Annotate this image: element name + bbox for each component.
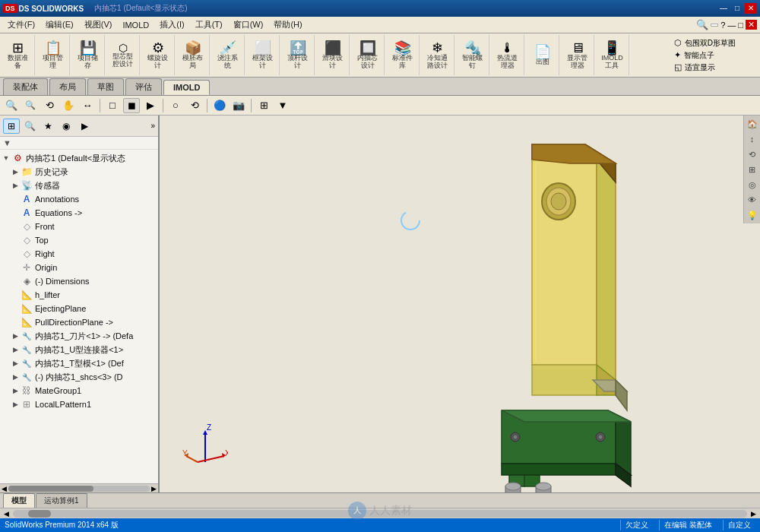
- restore-icon[interactable]: □: [738, 21, 743, 30]
- appearance-btn[interactable]: 🔵: [211, 98, 228, 113]
- toolbar-btn-imold-tools[interactable]: 📱 IMOLD工具: [600, 40, 625, 71]
- horizontal-scrollbar[interactable]: ◀ ▶ 人 人人素材: [0, 508, 760, 518]
- tree-item-inner-core-u[interactable]: ▶ 🔧 内抽芯1_U型连接器<1>: [0, 343, 158, 356]
- toolbar-btn-std-lib[interactable]: 📚 标准件库: [391, 40, 414, 71]
- toolbar-btn-drawing[interactable]: 📄 出图: [533, 43, 553, 68]
- tree-item-annotations[interactable]: A Annotations: [0, 192, 158, 206]
- scroll-left-btn[interactable]: ◀: [2, 510, 11, 518]
- tree-expand-inner-core-blade[interactable]: ▶: [11, 332, 20, 340]
- tab-sketch[interactable]: 草图: [87, 78, 124, 95]
- fit-display-btn[interactable]: ◱ 适宜显示: [674, 62, 736, 73]
- panel-scroll-right[interactable]: ▶: [151, 485, 157, 492]
- smart-points-btn[interactable]: ✦ 智能点子: [674, 50, 736, 61]
- play-btn[interactable]: ▶: [142, 98, 159, 113]
- fp-btn-search[interactable]: 🔍: [21, 119, 38, 134]
- vt-zoom-btn[interactable]: ↕: [746, 132, 759, 146]
- toolbar-btn-helix[interactable]: ⚙ 螺旋设计: [146, 40, 169, 71]
- tree-item-mate-group[interactable]: ▶ ⛓ MateGroup1: [0, 384, 158, 397]
- window-controls[interactable]: — □ ✕: [717, 3, 757, 14]
- panel-scroll-left[interactable]: ◀: [2, 485, 7, 492]
- toolbar-btn-cooling[interactable]: ❄ 冷知通路设计: [426, 40, 449, 71]
- tree-item-h-lifter[interactable]: 📐 h_lifter: [0, 288, 158, 302]
- status-customize[interactable]: 自定义: [723, 520, 755, 530]
- tree-item-front[interactable]: ◇ Front: [0, 220, 158, 233]
- tree-item-equations[interactable]: A Equations ->: [0, 206, 158, 220]
- menu-file[interactable]: 文件(F): [3, 17, 40, 32]
- toolbar-btn-ejector[interactable]: 🔝 顶杆设计: [286, 40, 309, 71]
- tree-item-dimensions[interactable]: ◈ (-) Dimensions: [0, 274, 158, 288]
- tree-item-sensors[interactable]: ▶ 📡 传感器: [0, 179, 158, 192]
- panel-scroll-thumb[interactable]: [8, 486, 93, 492]
- qa-icon[interactable]: ?: [720, 21, 725, 30]
- view-orient-btn[interactable]: ⟲: [186, 98, 203, 113]
- tree-item-ejecting-plane[interactable]: 📐 EjectingPlane: [0, 302, 158, 315]
- toolbar-btn-frame[interactable]: ⬜ 框架设计: [251, 40, 274, 71]
- toolbar-btn-core-cavity[interactable]: ⬡ 型芯型腔设计: [111, 41, 135, 70]
- menu-edit[interactable]: 编辑(E): [41, 17, 78, 32]
- zoom-fit-btn[interactable]: ⟲: [41, 98, 58, 113]
- toolbar-btn-hot-runner[interactable]: 🌡 热流道理器: [496, 40, 519, 71]
- camera-btn[interactable]: 📷: [230, 98, 247, 113]
- tree-item-inner-core-t[interactable]: ▶ 🔧 内抽芯1_T型模<1> (Def: [0, 356, 158, 370]
- toolbar-btn-slide[interactable]: ⬛ 滑块设计: [321, 40, 344, 71]
- tab-evaluate[interactable]: 评估: [125, 78, 162, 95]
- surround-sketch-btn[interactable]: ⬡ 包围双D形草图: [674, 38, 736, 49]
- bottom-tab-model[interactable]: 模型: [3, 493, 35, 508]
- scroll-thumb[interactable]: [28, 510, 51, 518]
- toolbar-btn-inner-core[interactable]: 🔲 内抽芯设计: [356, 40, 379, 71]
- tree-item-right[interactable]: ◇ Right: [0, 247, 158, 261]
- section-view-btn[interactable]: ○: [167, 98, 184, 113]
- tree-expand-root[interactable]: ▼: [2, 154, 11, 162]
- zoom-out-btn[interactable]: 🔍: [22, 98, 39, 113]
- menu-window[interactable]: 窗口(W): [229, 17, 268, 32]
- menu-help[interactable]: 帮助(H): [269, 17, 306, 32]
- tree-expand-inner-core-shcs[interactable]: ▶: [11, 373, 20, 381]
- grid-btn[interactable]: ⊞: [255, 98, 272, 113]
- fp-btn-favorite[interactable]: ★: [40, 119, 56, 134]
- search-icon[interactable]: 🔍: [696, 19, 708, 30]
- fp-btn-motion[interactable]: ▶: [76, 119, 93, 134]
- tab-assembly[interactable]: 装配体: [3, 78, 48, 95]
- minimize-button[interactable]: —: [717, 3, 730, 14]
- close-button[interactable]: ✕: [745, 3, 757, 14]
- vt-light-btn[interactable]: ◎: [746, 178, 759, 192]
- search-input[interactable]: [711, 24, 718, 27]
- vt-eye-btn[interactable]: 👁: [746, 193, 759, 207]
- vt-rotate-btn[interactable]: ⟲: [746, 147, 759, 161]
- menu-insert[interactable]: 插入(I): [155, 17, 188, 32]
- toolbar-btn-project-save[interactable]: 💾 项目储存: [76, 40, 100, 71]
- tree-item-inner-core-shcs[interactable]: ▶ 🔧 (-) 内抽芯1_shcs<3> (D: [0, 370, 158, 384]
- tree-expand-inner-core-u[interactable]: ▶: [11, 346, 20, 353]
- tree-item-inner-core-blade[interactable]: ▶ 🔧 内抽芯1_刀片<1> -> (Defa: [0, 329, 158, 343]
- rotate-btn[interactable]: ↔: [79, 98, 96, 113]
- toolbar-btn-smart-screw[interactable]: 🔩 智能螺钉: [461, 40, 484, 71]
- more-btn[interactable]: ▼: [274, 98, 291, 113]
- fp-btn-tree[interactable]: ⊞: [3, 119, 20, 134]
- panel-scroll-track[interactable]: [8, 486, 150, 492]
- tab-layout[interactable]: 布局: [49, 78, 86, 95]
- bottom-tab-motion[interactable]: 运动算例1: [36, 493, 87, 508]
- panel-hscroll[interactable]: ◀ ▶: [0, 483, 158, 492]
- tree-item-origin[interactable]: ✛ Origin: [0, 261, 158, 274]
- zoom-in-btn[interactable]: 🔍: [3, 98, 20, 113]
- tree-item-root[interactable]: ▼ ⚙ 内抽芯1 (Default<显示状态: [0, 151, 158, 165]
- toolbar-btn-injection[interactable]: 💉 浇注系统: [216, 40, 239, 71]
- toolbar-btn-display-mgr[interactable]: 🖥 显示管理器: [565, 40, 589, 71]
- scroll-right-btn[interactable]: ▶: [749, 510, 758, 518]
- viewport[interactable]: Z X Y 🏠 ↕ ⟲ ⊞ ◎ 👁 💡: [160, 116, 760, 492]
- minimize-icon[interactable]: —: [727, 21, 736, 30]
- toolbar-btn-project-mgr[interactable]: 📋 项目管理: [41, 40, 65, 71]
- vt-lamp-btn[interactable]: 💡: [746, 208, 759, 222]
- tree-item-top[interactable]: ◇ Top: [0, 233, 158, 247]
- fp-btn-custom[interactable]: ◉: [58, 119, 74, 134]
- menu-imold[interactable]: IMOLD: [118, 19, 154, 31]
- vt-grid-btn[interactable]: ⊞: [746, 163, 759, 176]
- display-style-btn[interactable]: ◼: [123, 98, 140, 113]
- toolbar-btn-data-prep[interactable]: ⊞ 数据准备: [6, 40, 30, 71]
- maximize-button[interactable]: □: [731, 3, 743, 14]
- tree-item-local-pattern[interactable]: ▶ ⊞ LocalLPattern1: [0, 397, 158, 411]
- tree-expand-history[interactable]: ▶: [11, 168, 20, 176]
- tree-expand-local-pattern[interactable]: ▶: [11, 401, 20, 408]
- tree-item-pull-dir-plane[interactable]: 📐 PullDirectionPlane ->: [0, 315, 158, 329]
- vt-home-btn[interactable]: 🏠: [746, 117, 759, 131]
